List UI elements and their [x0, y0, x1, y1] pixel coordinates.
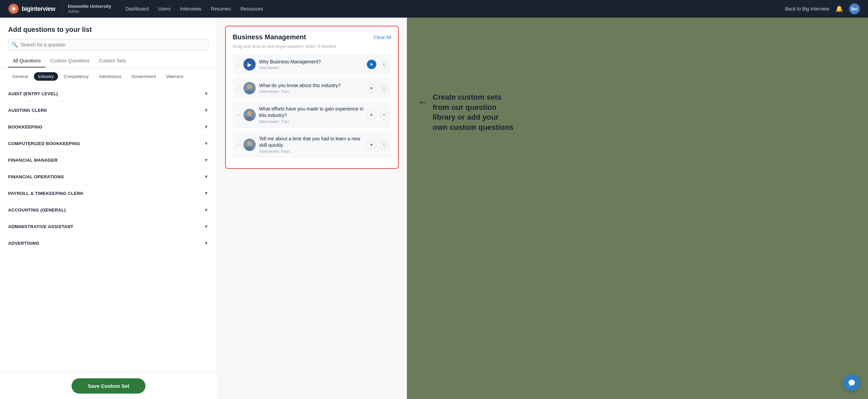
svg-marker-3	[371, 63, 373, 66]
question-card: ⤢ Tell me about a time that you had to l…	[233, 132, 391, 158]
chevron-down-icon: ▼	[204, 191, 209, 196]
save-custom-set-button[interactable]: Save Custom Set	[72, 378, 146, 394]
remove-button[interactable]: ✕	[380, 84, 388, 92]
nav-resources[interactable]: Resources	[236, 0, 268, 18]
question-content: Tell me about a time that you had to lea…	[259, 136, 363, 154]
chevron-down-icon: ▼	[204, 174, 209, 179]
save-bar: Save Custom Set	[0, 373, 217, 399]
svg-point-6	[247, 85, 252, 88]
accordion-item: AUDIT (ENTRY LEVEL) ▼	[0, 85, 217, 102]
accordion-title: ADMINISTRATIVE ASSISTANT	[8, 224, 74, 229]
accordion-item: ADVERTISING ▼	[0, 235, 217, 252]
chevron-down-icon: ▼	[204, 224, 209, 229]
play-button[interactable]	[367, 83, 376, 93]
callout-text: Create custom sets from our question lib…	[433, 92, 514, 133]
chevron-down-icon: ▼	[204, 124, 209, 129]
filter-admissions[interactable]: Admissions	[95, 72, 125, 81]
accordion-header-bookkeeping[interactable]: BOOKKEEPING ▼	[0, 119, 217, 135]
accordion-header-advertising[interactable]: ADVERTISING ▼	[0, 235, 217, 251]
chevron-down-icon: ▼	[204, 91, 209, 96]
main-nav: Dashboard Users Interviews Resumes Resou…	[121, 0, 785, 18]
nav-interviews[interactable]: Interviews	[175, 0, 206, 18]
avatar	[243, 82, 256, 94]
chat-button[interactable]	[844, 375, 860, 391]
accordion-header-admin-assistant[interactable]: ADMINISTRATIVE ASSISTANT ▼	[0, 218, 217, 235]
svg-point-12	[247, 141, 252, 146]
accordion-header-audit-entry[interactable]: AUDIT (ENTRY LEVEL) ▼	[0, 85, 217, 102]
page-title: Add questions to your list	[8, 26, 209, 34]
navbar-right: Back to Big Interview 🔔 Bri	[785, 3, 860, 14]
accordion-title: ACCOUNTING (GENERAL)	[8, 207, 66, 213]
accordion-item: COMPUTERIZED BOOKKEEPING ▼	[0, 135, 217, 152]
accordion-header-computerized-bookkeeping[interactable]: COMPUTERIZED BOOKKEEPING ▼	[0, 135, 217, 152]
question-interviewer: Interviewer:	[259, 65, 363, 70]
clear-all-button[interactable]: Clear All	[374, 35, 391, 40]
question-interviewer: Interviewer: Pam	[259, 149, 363, 154]
question-set-box: Business Management Clear All Drag and d…	[225, 26, 399, 169]
search-input[interactable]	[8, 39, 209, 51]
chevron-down-icon: ▼	[204, 240, 209, 246]
filter-government[interactable]: Government	[127, 72, 160, 81]
drag-handle-icon[interactable]: ⤢	[236, 112, 240, 118]
accordion-header-payroll[interactable]: PAYROLL & TIMEKEEPING CLERK ▼	[0, 185, 217, 201]
play-button[interactable]	[367, 60, 376, 69]
svg-marker-7	[371, 87, 373, 89]
logo[interactable]: biginterview	[8, 3, 55, 14]
filter-general[interactable]: General	[8, 72, 32, 81]
chevron-down-icon: ▼	[204, 141, 209, 146]
accordion-item: AUDITING CLERK ▼	[0, 102, 217, 119]
navbar: biginterview Demoville University Admin …	[0, 0, 868, 18]
accordion-title: ADVERTISING	[8, 241, 39, 246]
pam-avatar-icon	[243, 82, 256, 94]
play-button[interactable]	[367, 110, 376, 120]
accordion-item: PAYROLL & TIMEKEEPING CLERK ▼	[0, 185, 217, 202]
drag-hint: Drag and drop to rearrange question orde…	[233, 44, 391, 49]
nav-dashboard[interactable]: Dashboard	[121, 0, 154, 18]
accordion-item: ADMINISTRATIVE ASSISTANT ▼	[0, 218, 217, 235]
play-button[interactable]	[367, 140, 376, 149]
filter-veterans[interactable]: Veterans	[162, 72, 188, 81]
logo-text: biginterview	[22, 5, 55, 13]
tab-custom-questions[interactable]: Custom Questions	[45, 55, 94, 67]
question-card: ⤢ ▶ Why Business Management? Interviewer…	[233, 54, 391, 75]
question-card: ⤢ What do you know about this industry? …	[233, 78, 391, 98]
question-card: ⤢ What efforts have you made to gain exp…	[233, 102, 391, 128]
chat-icon	[848, 379, 855, 386]
back-to-big-interview-link[interactable]: Back to Big Interview	[785, 6, 829, 12]
notification-icon[interactable]: 🔔	[835, 5, 843, 13]
search-icon: 🔍	[12, 42, 18, 48]
tab-all-questions[interactable]: All Questions	[8, 55, 45, 67]
chevron-down-icon: ▼	[204, 207, 209, 213]
accordion-header-financial-operations[interactable]: FINANCIAL OPERATIONS ▼	[0, 168, 217, 185]
nav-users[interactable]: Users	[153, 0, 175, 18]
question-text: What do you know about this industry?	[259, 82, 363, 89]
pam-avatar-icon	[243, 109, 256, 121]
question-interviewer: Interviewer: Pam	[259, 89, 363, 94]
accordion-header-accounting-general[interactable]: ACCOUNTING (GENERAL) ▼	[0, 202, 217, 218]
remove-button[interactable]: ✕	[380, 141, 388, 149]
drag-handle-icon[interactable]: ⤢	[236, 62, 240, 67]
remove-button[interactable]: ✕	[380, 60, 388, 68]
remove-button[interactable]: ✕	[380, 111, 388, 119]
accordion-item: FINANCIAL OPERATIONS ▼	[0, 168, 217, 185]
filter-row: General Industry Competency Admissions G…	[0, 67, 217, 85]
drag-handle-icon[interactable]: ⤢	[236, 85, 240, 91]
svg-marker-13	[371, 143, 373, 146]
accordion-item: BOOKKEEPING ▼	[0, 119, 217, 135]
accordion-title: AUDITING CLERK	[8, 108, 47, 113]
drag-handle-icon[interactable]: ⤢	[236, 142, 240, 147]
nav-resumes[interactable]: Resumes	[206, 0, 236, 18]
accordion-title: AUDIT (ENTRY LEVEL)	[8, 91, 58, 96]
question-interviewer: Interviewer: Pam	[259, 119, 363, 124]
accordion-header-financial-manager[interactable]: FINANCIAL MANAGER ▼	[0, 152, 217, 168]
question-set-title: Business Management	[233, 33, 306, 41]
avatar[interactable]: Bri	[849, 3, 860, 14]
arrow-icon: ←	[418, 96, 429, 108]
accordion-header-auditing-clerk[interactable]: AUDITING CLERK ▼	[0, 102, 217, 118]
left-panel-header: Add questions to your list 🔍	[0, 18, 217, 51]
filter-industry[interactable]: Industry	[34, 72, 58, 81]
svg-marker-10	[371, 114, 373, 116]
accordion-title: BOOKKEEPING	[8, 124, 42, 129]
tab-custom-sets[interactable]: Custom Sets	[94, 55, 131, 67]
filter-competency[interactable]: Competency	[60, 72, 93, 81]
